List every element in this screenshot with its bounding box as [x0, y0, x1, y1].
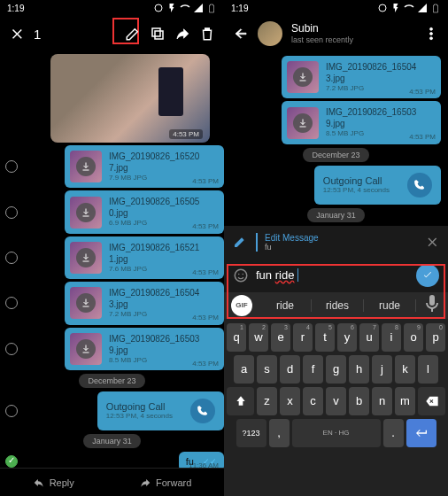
key[interactable]: r4 [293, 323, 313, 352]
file-message[interactable]: IMG_20190826_16503 9.jpg8.5 MB JPG4:53 P… [282, 101, 441, 143]
status-bar: 1:19 [0, 0, 224, 16]
keyboard: q1 w2 e3 r4 t5 y6 u7 i8 o9 p0 a s d f g … [224, 319, 448, 497]
contact-status: last seen recently [291, 35, 414, 44]
date-badge: December 23 [79, 374, 144, 388]
text-message[interactable]: fu11:36 AM✓✓ [179, 452, 224, 468]
svg-point-5 [430, 33, 433, 35]
key[interactable]: d [280, 355, 300, 384]
svg-point-0 [155, 4, 162, 12]
key[interactable]: z [257, 387, 277, 415]
enter-key[interactable] [406, 419, 436, 447]
chat-header: Subinlast seen recently [224, 16, 448, 51]
svg-point-4 [430, 27, 433, 30]
select-circle[interactable] [5, 206, 18, 219]
svg-point-3 [379, 4, 386, 12]
key[interactable]: m [395, 387, 415, 415]
edit-panel-highlight [227, 264, 445, 319]
chat-area[interactable]: IMG_20190826_16504 3.jpg7.2 MB JPG4:53 P… [224, 51, 448, 226]
select-circle[interactable] [5, 297, 18, 309]
key[interactable]: x [280, 387, 300, 415]
download-icon[interactable] [76, 157, 96, 176]
key[interactable]: h [349, 355, 369, 384]
edit-icon[interactable] [125, 26, 141, 42]
key[interactable]: s [257, 355, 277, 384]
key[interactable]: f [303, 355, 323, 384]
close-icon[interactable] [9, 26, 25, 42]
space-key[interactable]: EN · HG [292, 419, 381, 447]
file-message[interactable]: IMG_20190826_16505 0.jpg6.9 MB JPG4:53 P… [65, 190, 224, 233]
delete-icon[interactable] [199, 26, 215, 42]
key[interactable]: e3 [271, 323, 290, 352]
svg-point-6 [430, 37, 433, 40]
call-message[interactable]: Outgoing Call12:53 PM, 4 seconds [97, 391, 224, 430]
key[interactable]: w2 [249, 323, 268, 352]
status-time: 1:19 [7, 4, 24, 13]
chat-area[interactable]: 4:53 PM IMG_20190826_16520 7.jpg7.9 MB J… [0, 51, 224, 468]
key[interactable]: u7 [359, 323, 379, 352]
phone-icon[interactable] [190, 399, 215, 423]
selection-count: 1 [34, 27, 41, 42]
symbols-key[interactable]: ?123 [236, 419, 266, 447]
shift-key[interactable] [227, 387, 254, 415]
status-icons [153, 3, 217, 13]
contact-name[interactable]: Subin [291, 23, 414, 35]
svg-rect-1 [155, 31, 163, 39]
avatar[interactable] [258, 21, 282, 46]
key[interactable]: q1 [227, 323, 246, 352]
select-circle[interactable] [5, 343, 18, 355]
forward-button[interactable]: Forward [139, 477, 191, 489]
select-circle[interactable] [5, 160, 18, 173]
select-circle-checked[interactable] [5, 455, 18, 468]
copy-icon[interactable] [150, 26, 166, 42]
select-circle[interactable] [5, 405, 18, 417]
key[interactable]: g [326, 355, 346, 384]
key[interactable]: k [395, 355, 415, 384]
call-message[interactable]: Outgoing Call12:53 PM, 4 seconds [314, 166, 441, 205]
close-edit-icon[interactable] [425, 235, 439, 249]
file-message[interactable]: IMG_20190826_16504 3.jpg7.2 MB JPG4:53 P… [65, 282, 224, 324]
left-phone-selection-view: 1:19 1 4:53 PM IMG_20190826_16520 7.jpg7… [0, 0, 224, 496]
file-message[interactable]: IMG_20190826_16503 9.jpg8.5 MB JPG4:53 P… [65, 328, 224, 370]
status-bar: 1:19 [224, 0, 448, 16]
key[interactable]: n [372, 387, 392, 415]
photo-message[interactable]: 4:53 PM [50, 54, 210, 143]
key[interactable]: o9 [404, 323, 423, 352]
key[interactable]: t5 [315, 323, 335, 352]
key[interactable]: j [372, 355, 392, 384]
file-message[interactable]: IMG_20190826_16521 1.jpg7.6 MB JPG4:53 P… [65, 236, 224, 279]
reply-button[interactable]: Reply [33, 477, 74, 489]
key[interactable]: v [326, 387, 346, 415]
right-phone-chat-view: 1:19 Subinlast seen recently IMG_2019082… [224, 0, 448, 496]
more-icon[interactable] [423, 26, 439, 42]
backspace-key[interactable] [418, 387, 445, 415]
bottom-actions: Reply Forward [0, 468, 224, 496]
edit-message-bar: Edit Messagefu [224, 226, 448, 259]
date-badge: January 31 [83, 434, 141, 448]
key[interactable]: i8 [382, 323, 401, 352]
svg-rect-2 [152, 28, 160, 36]
select-circle[interactable] [5, 252, 18, 264]
key[interactable]: c [303, 387, 323, 415]
key[interactable]: b [349, 387, 369, 415]
forward-icon[interactable] [174, 26, 190, 42]
key[interactable]: a [234, 355, 254, 384]
back-icon[interactable] [233, 26, 249, 42]
key[interactable]: y6 [337, 323, 357, 352]
key[interactable]: p0 [426, 323, 445, 352]
key-period[interactable]: . [383, 419, 404, 447]
key-comma[interactable]: , [269, 419, 290, 447]
edit-icon [233, 235, 247, 249]
file-message[interactable]: IMG_20190826_16504 3.jpg7.2 MB JPG4:53 P… [282, 56, 441, 98]
key[interactable]: l [418, 355, 438, 384]
file-message[interactable]: IMG_20190826_16520 7.jpg7.9 MB JPG4:53 P… [65, 145, 224, 188]
